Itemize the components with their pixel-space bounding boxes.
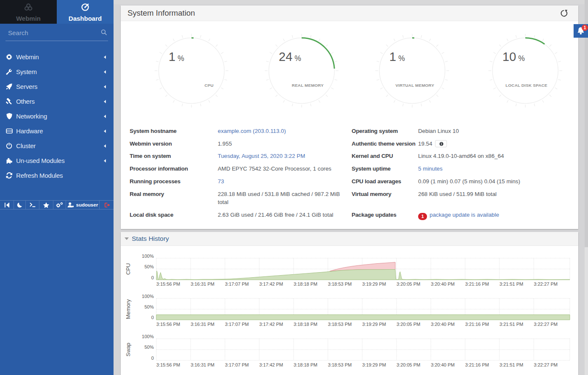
- svg-text:50%: 50%: [144, 345, 154, 350]
- svg-text:REAL MEMORY: REAL MEMORY: [292, 83, 324, 88]
- svg-text:1%: 1%: [389, 50, 405, 63]
- svg-text:3:16:31 PM: 3:16:31 PM: [191, 362, 214, 367]
- svg-text:10%: 10%: [502, 50, 525, 63]
- svg-text:3:20:40 PM: 3:20:40 PM: [431, 281, 455, 287]
- svg-text:3:17:07 PM: 3:17:07 PM: [225, 362, 249, 367]
- svg-text:1%: 1%: [169, 50, 184, 63]
- svg-text:3:22:27 PM: 3:22:27 PM: [534, 362, 557, 367]
- svg-text:100%: 100%: [142, 334, 154, 339]
- svg-text:3:21:51 PM: 3:21:51 PM: [499, 362, 523, 367]
- svg-text:CPU: CPU: [125, 263, 131, 275]
- svg-text:Swap: Swap: [125, 343, 131, 357]
- svg-text:3:21:16 PM: 3:21:16 PM: [465, 362, 489, 367]
- svg-text:3:15:56 PM: 3:15:56 PM: [156, 362, 180, 367]
- svg-text:3:21:51 PM: 3:21:51 PM: [499, 322, 523, 327]
- svg-text:0: 0: [151, 275, 154, 280]
- svg-text:3:20:05 PM: 3:20:05 PM: [397, 322, 420, 327]
- svg-text:VIRTUAL MEMORY: VIRTUAL MEMORY: [395, 83, 434, 88]
- svg-text:3:18:18 PM: 3:18:18 PM: [294, 281, 317, 287]
- svg-text:3:20:05 PM: 3:20:05 PM: [397, 362, 420, 367]
- svg-text:Memory: Memory: [125, 299, 131, 319]
- svg-text:3:15:56 PM: 3:15:56 PM: [156, 281, 180, 287]
- svg-text:3:20:40 PM: 3:20:40 PM: [431, 362, 455, 367]
- svg-text:3:21:51 PM: 3:21:51 PM: [499, 281, 523, 287]
- svg-text:3:20:05 PM: 3:20:05 PM: [397, 281, 420, 287]
- svg-text:24%: 24%: [279, 50, 301, 63]
- svg-text:3:18:53 PM: 3:18:53 PM: [328, 362, 352, 367]
- svg-text:3:18:53 PM: 3:18:53 PM: [328, 281, 352, 287]
- svg-text:50%: 50%: [144, 264, 154, 269]
- svg-text:3:17:42 PM: 3:17:42 PM: [259, 322, 283, 327]
- svg-text:3:17:07 PM: 3:17:07 PM: [225, 322, 249, 327]
- svg-text:3:16:31 PM: 3:16:31 PM: [191, 281, 214, 287]
- svg-text:3:18:18 PM: 3:18:18 PM: [294, 322, 317, 327]
- svg-text:100%: 100%: [142, 294, 154, 299]
- svg-text:LOCAL DISK SPACE: LOCAL DISK SPACE: [505, 83, 547, 88]
- svg-text:3:18:18 PM: 3:18:18 PM: [294, 362, 317, 367]
- svg-text:3:19:29 PM: 3:19:29 PM: [362, 362, 386, 367]
- svg-text:3:17:42 PM: 3:17:42 PM: [259, 362, 283, 367]
- svg-text:3:15:56 PM: 3:15:56 PM: [156, 322, 180, 327]
- svg-text:0: 0: [151, 356, 154, 361]
- svg-text:3:20:40 PM: 3:20:40 PM: [431, 322, 455, 327]
- svg-text:3:16:31 PM: 3:16:31 PM: [191, 322, 214, 327]
- svg-text:0: 0: [151, 315, 154, 320]
- svg-text:50%: 50%: [144, 304, 154, 309]
- svg-text:CPU: CPU: [205, 83, 214, 88]
- svg-text:3:21:16 PM: 3:21:16 PM: [465, 281, 489, 287]
- svg-text:3:19:29 PM: 3:19:29 PM: [362, 281, 386, 287]
- svg-text:3:17:42 PM: 3:17:42 PM: [259, 281, 283, 287]
- svg-text:3:21:16 PM: 3:21:16 PM: [465, 322, 489, 327]
- svg-text:3:19:29 PM: 3:19:29 PM: [362, 322, 386, 327]
- svg-text:3:22:27 PM: 3:22:27 PM: [534, 322, 557, 327]
- svg-text:3:18:53 PM: 3:18:53 PM: [328, 322, 352, 327]
- svg-text:3:17:07 PM: 3:17:07 PM: [225, 281, 249, 287]
- svg-text:3:22:27 PM: 3:22:27 PM: [534, 281, 557, 287]
- svg-text:100%: 100%: [142, 254, 154, 259]
